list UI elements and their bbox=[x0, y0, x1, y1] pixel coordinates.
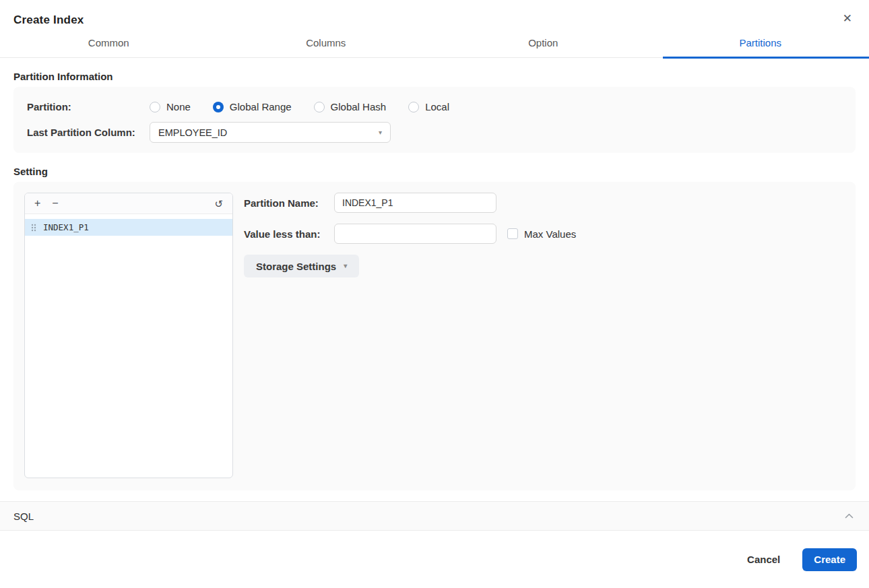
radio-local-label: Local bbox=[425, 101, 449, 112]
partition-list-item-name: INDEX1_P1 bbox=[43, 222, 89, 232]
last-partition-column-select[interactable]: EMPLOYEE_ID ▾ bbox=[150, 122, 391, 143]
partition-list: + − ↺ INDEX1_P1 bbox=[24, 193, 233, 478]
partition-information-heading: Partition Information bbox=[13, 71, 856, 82]
tab-partitions[interactable]: Partitions bbox=[652, 37, 869, 57]
radio-circle-icon bbox=[150, 102, 160, 112]
max-values-label: Max Values bbox=[524, 228, 576, 240]
last-partition-column-row: Last Partition Column: EMPLOYEE_ID ▾ bbox=[27, 122, 842, 143]
partition-list-body: INDEX1_P1 bbox=[25, 214, 232, 478]
setting-panel: + − ↺ INDEX1_P1 bbox=[13, 182, 856, 490]
radio-none-label: None bbox=[166, 101, 191, 112]
partition-radio-group: None Global Range Global Hash Local bbox=[150, 101, 449, 112]
add-partition-icon[interactable]: + bbox=[34, 198, 40, 209]
last-partition-column-label: Last Partition Column: bbox=[27, 127, 150, 138]
partition-name-row: Partition Name: bbox=[244, 193, 845, 213]
tab-columns[interactable]: Columns bbox=[218, 37, 435, 57]
tab-bar: Common Columns Option Partitions bbox=[0, 37, 869, 58]
create-index-dialog: Create Index ✕ Common Columns Option Par… bbox=[0, 0, 869, 588]
radio-global-hash[interactable]: Global Hash bbox=[314, 101, 387, 112]
radio-none[interactable]: None bbox=[150, 101, 191, 112]
cancel-button[interactable]: Cancel bbox=[747, 554, 780, 565]
drag-handle-icon[interactable] bbox=[31, 224, 36, 232]
dialog-title: Create Index bbox=[13, 13, 856, 27]
sql-section-bar[interactable]: SQL bbox=[0, 501, 869, 531]
radio-local[interactable]: Local bbox=[408, 101, 449, 112]
caret-down-icon: ▾ bbox=[344, 263, 347, 269]
dialog-body: Partition Information Partition: None Gl… bbox=[0, 58, 869, 490]
chevron-up-icon[interactable] bbox=[845, 513, 854, 519]
value-less-than-row: Value less than: Max Values bbox=[244, 224, 845, 244]
radio-circle-icon bbox=[213, 102, 224, 112]
partition-form: Partition Name: Value less than: Max Val… bbox=[244, 193, 845, 277]
partition-name-input[interactable] bbox=[334, 193, 496, 213]
radio-circle-icon bbox=[314, 102, 325, 112]
partition-radio-row: Partition: None Global Range Global Hash bbox=[27, 101, 842, 112]
max-values-option[interactable]: Max Values bbox=[507, 228, 576, 240]
radio-global-range[interactable]: Global Range bbox=[213, 101, 292, 112]
partition-label: Partition: bbox=[27, 101, 150, 112]
remove-partition-icon[interactable]: − bbox=[52, 198, 58, 209]
value-less-than-label: Value less than: bbox=[244, 228, 334, 240]
dialog-header: Create Index ✕ bbox=[0, 0, 869, 27]
create-button[interactable]: Create bbox=[802, 548, 857, 571]
storage-settings-label: Storage Settings bbox=[256, 261, 336, 272]
partition-information-panel: Partition: None Global Range Global Hash bbox=[13, 87, 856, 153]
tab-option[interactable]: Option bbox=[434, 37, 652, 57]
storage-settings-row: Storage Settings ▾ bbox=[244, 255, 845, 277]
checkbox-icon bbox=[507, 228, 518, 239]
close-icon[interactable]: ✕ bbox=[843, 13, 852, 24]
dialog-footer: Cancel Create bbox=[0, 531, 869, 588]
last-partition-column-value: EMPLOYEE_ID bbox=[158, 127, 227, 138]
radio-global-range-label: Global Range bbox=[230, 101, 292, 112]
radio-global-hash-label: Global Hash bbox=[331, 101, 387, 112]
radio-circle-icon bbox=[408, 102, 419, 112]
tab-common[interactable]: Common bbox=[0, 37, 218, 57]
partition-list-toolbar: + − ↺ bbox=[25, 193, 232, 214]
partition-name-label: Partition Name: bbox=[244, 197, 334, 209]
sql-section-label: SQL bbox=[13, 511, 34, 522]
caret-down-icon: ▾ bbox=[379, 129, 382, 136]
value-less-than-input[interactable] bbox=[334, 224, 496, 244]
storage-settings-button[interactable]: Storage Settings ▾ bbox=[244, 255, 359, 277]
refresh-icon[interactable]: ↺ bbox=[214, 199, 223, 209]
setting-heading: Setting bbox=[13, 166, 856, 177]
partition-list-item[interactable]: INDEX1_P1 bbox=[25, 219, 232, 236]
